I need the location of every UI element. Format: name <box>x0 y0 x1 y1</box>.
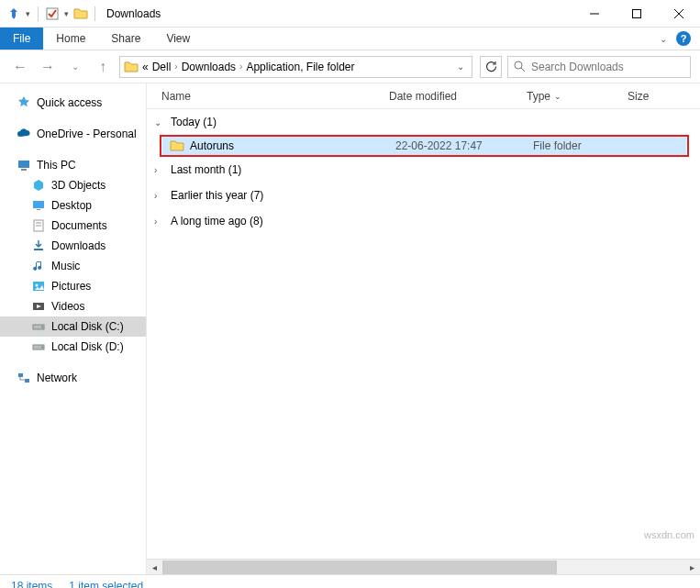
status-item-count: 18 items <box>11 580 52 589</box>
horizontal-scrollbar[interactable]: ◂ ▸ <box>147 559 700 574</box>
tab-home[interactable]: Home <box>43 28 98 50</box>
maximize-button[interactable] <box>616 0 658 28</box>
navigation-bar: ← → ⌄ ↑ « Dell › Downloads › Application… <box>0 50 700 83</box>
svg-rect-14 <box>34 249 43 250</box>
group-earlier-this-year[interactable]: › Earlier this year (7) <box>147 183 700 208</box>
sidebar-item-downloads[interactable]: Downloads <box>0 236 146 256</box>
breadcrumb-application[interactable]: Application, File folder <box>246 61 354 73</box>
sidebar-item-label: Downloads <box>51 239 106 252</box>
picture-icon <box>31 279 46 294</box>
qat-dropdown2-icon[interactable]: ▾ <box>62 9 71 18</box>
sidebar-item-desktop[interactable]: Desktop <box>0 195 146 216</box>
address-folder-icon <box>124 60 139 74</box>
ribbon-expand-icon[interactable]: ⌄ <box>660 34 667 44</box>
item-date: 22-06-2022 17:47 <box>395 139 533 152</box>
sidebar-item-disk-d[interactable]: Local Disk (D:) <box>0 337 146 357</box>
sidebar-item-label: Local Disk (C:) <box>51 320 124 333</box>
address-dropdown-icon[interactable]: ⌄ <box>453 61 468 72</box>
refresh-button[interactable] <box>480 56 502 78</box>
svg-rect-8 <box>21 169 27 171</box>
group-label: Today (1) <box>171 116 217 128</box>
address-bar[interactable]: « Dell › Downloads › Application, File f… <box>119 56 472 78</box>
help-icon[interactable]: ? <box>676 31 691 46</box>
breadcrumb-downloads[interactable]: Downloads <box>182 61 236 73</box>
sidebar-item-documents[interactable]: Documents <box>0 216 146 236</box>
search-icon <box>514 61 526 72</box>
sidebar-item-label: 3D Objects <box>51 179 106 192</box>
chevron-down-icon: ⌄ <box>154 117 165 128</box>
sidebar-item-label: Music <box>51 260 80 272</box>
sidebar-item-label: OneDrive - Personal <box>37 128 137 140</box>
star-icon <box>17 95 31 110</box>
chevron-right-icon[interactable]: › <box>174 61 177 72</box>
scroll-left-icon[interactable]: ◂ <box>147 560 162 575</box>
chevron-down-icon: ⌄ <box>554 92 561 101</box>
sidebar-item-label: Quick access <box>37 96 102 109</box>
sidebar-item-quick-access[interactable]: Quick access <box>0 93 146 113</box>
download-icon <box>31 239 46 253</box>
svg-point-5 <box>515 61 522 69</box>
qat-dropdown-icon[interactable]: ▾ <box>24 9 32 18</box>
qat-properties-icon[interactable] <box>44 4 61 24</box>
group-label: Earlier this year (7) <box>171 189 263 202</box>
sidebar-item-label: Videos <box>51 300 84 313</box>
breadcrumb-dell[interactable]: Dell <box>152 61 172 73</box>
status-bar: 18 items 1 item selected <box>0 574 700 588</box>
sidebar-item-disk-c[interactable]: Local Disk (C:) <box>0 316 146 337</box>
group-label: Last month (1) <box>171 163 241 176</box>
sidebar-item-3d-objects[interactable]: 3D Objects <box>0 175 146 195</box>
up-button[interactable]: ↑ <box>92 56 114 78</box>
column-header-type[interactable]: Type⌄ <box>527 83 628 108</box>
search-input[interactable]: Search Downloads <box>507 56 691 78</box>
tab-view[interactable]: View <box>153 28 203 50</box>
list-item-highlight: Autoruns 22-06-2022 17:47 File folder <box>160 135 689 157</box>
column-header-date[interactable]: Date modified <box>389 83 527 108</box>
back-button[interactable]: ← <box>9 56 31 78</box>
music-icon <box>31 259 46 273</box>
column-header-name[interactable]: Name <box>161 83 389 108</box>
chevron-right-icon[interactable]: › <box>239 61 242 72</box>
sidebar-item-label: Documents <box>51 219 107 232</box>
group-last-month[interactable]: › Last month (1) <box>147 157 700 183</box>
desktop-icon <box>31 198 46 213</box>
svg-rect-22 <box>18 373 23 377</box>
group-long-time-ago[interactable]: › A long time ago (8) <box>147 208 700 234</box>
group-today[interactable]: ⌄ Today (1) <box>147 109 700 135</box>
tab-file[interactable]: File <box>0 28 43 50</box>
tab-share[interactable]: Share <box>98 28 153 50</box>
sidebar-item-this-pc[interactable]: This PC <box>0 155 146 175</box>
title-bar: ▾ ▾ Downloads <box>0 0 700 28</box>
svg-rect-7 <box>18 161 29 168</box>
group-label: A long time ago (8) <box>171 215 263 227</box>
scroll-thumb[interactable] <box>162 560 557 574</box>
forward-button[interactable]: → <box>37 56 59 78</box>
recent-dropdown-icon[interactable]: ⌄ <box>64 56 86 78</box>
sidebar-item-videos[interactable]: Videos <box>0 296 146 316</box>
sidebar-item-label: Pictures <box>51 280 91 293</box>
content-pane: Name Date modified Type⌄ Size ⌄ Today (1… <box>147 83 700 574</box>
close-button[interactable] <box>658 0 700 28</box>
chevron-right-icon: › <box>154 191 165 201</box>
scroll-right-icon[interactable]: ▸ <box>684 560 700 575</box>
drive-icon <box>31 319 46 334</box>
sidebar-item-music[interactable]: Music <box>0 256 146 276</box>
list-item[interactable]: Autoruns 22-06-2022 17:47 File folder <box>162 137 686 155</box>
sidebar-item-onedrive[interactable]: OneDrive - Personal <box>0 124 146 144</box>
sidebar-item-network[interactable]: Network <box>0 368 146 388</box>
sidebar-item-label: Network <box>37 372 77 384</box>
svg-point-19 <box>41 327 43 328</box>
sidebar-item-pictures[interactable]: Pictures <box>0 276 146 296</box>
column-header-size[interactable]: Size <box>628 83 700 108</box>
folder-icon <box>170 139 184 153</box>
watermark: wsxdn.com <box>644 529 694 540</box>
chevron-right-icon: › <box>154 216 165 227</box>
minimize-button[interactable] <box>573 0 616 28</box>
svg-point-21 <box>41 347 43 349</box>
sidebar-item-label: Local Disk (D:) <box>51 340 124 353</box>
navigation-pane: Quick access OneDrive - Personal This PC… <box>0 83 147 574</box>
ribbon: File Home Share View ⌄ ? <box>0 28 700 50</box>
qat-pin-icon[interactable] <box>6 4 22 24</box>
svg-rect-9 <box>33 201 44 208</box>
document-icon <box>31 218 46 233</box>
breadcrumb-lead[interactable]: « <box>142 61 149 73</box>
